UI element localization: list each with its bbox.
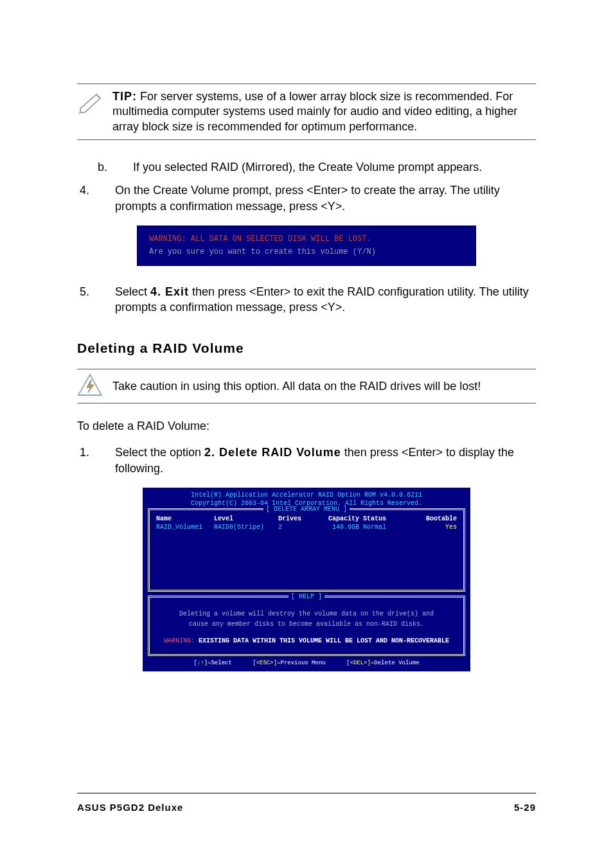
menu-option-strong: 4. Exit: [150, 285, 189, 298]
list-marker: 5.: [77, 284, 115, 315]
tip-callout: TIP: For server systems, use of a lower …: [77, 84, 536, 140]
bios-prompt-line: Are you sure you want to create this vol…: [149, 245, 464, 258]
list-marker: 1.: [77, 445, 115, 476]
list-item: 1. Select the option 2. Delete RAID Volu…: [77, 445, 536, 476]
list-marker: 4.: [77, 182, 115, 214]
caution-text: Take caution in using this option. All d…: [112, 379, 481, 394]
list-marker: b.: [77, 159, 133, 175]
tip-label: TIP:: [112, 90, 137, 103]
bios-header: Intel(R) Application Accelerator RAID Op…: [148, 492, 465, 499]
footer-page-number: 5-29: [514, 802, 536, 813]
pen-icon: [77, 89, 112, 115]
bios-help-text: Deleting a volume will destroy the volum…: [156, 609, 457, 619]
bios-frame-delete-menu: [ DELETE ARRAY MENU ] Name Level Drives …: [148, 508, 465, 592]
bios-table-row: RAID_Volume1 RAID0(Stripe) 2 149.0GB Nor…: [150, 524, 463, 532]
list-text: Select 4. Exit then press <Enter> to exi…: [115, 284, 536, 315]
list-text: Select the option 2. Delete RAID Volume …: [115, 445, 536, 476]
bios-help-text: cause any member disks to become availab…: [156, 619, 457, 630]
bios-screen: Intel(R) Application Accelerator RAID Op…: [143, 488, 470, 671]
bios-frame-title: [ HELP ]: [289, 593, 324, 600]
section-heading: Deleting a RAID Volume: [77, 341, 536, 356]
bios-frame-title: [ DELETE ARRAY MENU ]: [263, 506, 350, 513]
list-item: b. If you selected RAID (Mirrored), the …: [77, 159, 536, 175]
list-text: On the Create Volume prompt, press <Ente…: [115, 182, 536, 214]
list-item: 5. Select 4. Exit then press <Enter> to …: [77, 284, 536, 315]
footer-rule: [77, 793, 536, 793]
bios-prompt-box: WARNING: ALL DATA ON SELECTED DISK WILL …: [137, 226, 476, 266]
lightning-icon: [77, 373, 112, 399]
bios-warning-line: WARNING: ALL DATA ON SELECTED DISK WILL …: [149, 233, 464, 245]
bios-key-hints: [↓↑]=Select [<ESC>]=Previous Menu [<DEL>…: [148, 660, 465, 666]
bios-frame-help: [ HELP ] Deleting a volume will destroy …: [148, 596, 465, 656]
tip-text: For server systems, use of a lower array…: [112, 90, 517, 133]
menu-option-strong: 2. Delete RAID Volume: [204, 446, 341, 459]
bios-warning-label: WARNING:: [164, 637, 195, 644]
list-item: 4. On the Create Volume prompt, press <E…: [77, 182, 536, 214]
caution-callout: Take caution in using this option. All d…: [77, 369, 536, 403]
list-text: If you selected RAID (Mirrored), the Cre…: [133, 159, 536, 175]
paragraph: To delete a RAID Volume:: [77, 420, 536, 433]
footer-product: ASUS P5GD2 Deluxe: [77, 802, 183, 813]
bios-table-header: Name Level Drives Capacity Status Bootab…: [150, 513, 463, 524]
bios-warning-text: EXISTING DATA WITHIN THIS VOLUME WILL BE…: [195, 637, 449, 644]
